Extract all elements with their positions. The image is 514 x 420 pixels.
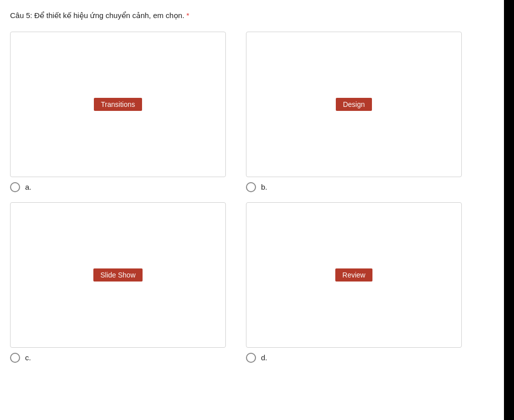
radio-c[interactable]: [10, 353, 20, 363]
option-letter-a: a.: [25, 183, 32, 191]
options-grid: Transitions a. Design b. Slide Show: [10, 32, 462, 363]
option-image-box-c[interactable]: Slide Show: [10, 202, 226, 348]
option-image-box-a[interactable]: Transitions: [10, 32, 226, 177]
right-black-bar: [504, 0, 514, 420]
radio-d[interactable]: [246, 353, 256, 363]
option-group-d: Review d.: [246, 202, 462, 363]
option-tag-d: Review: [335, 268, 372, 282]
option-radio-row-c: c.: [10, 353, 226, 363]
option-letter-d: d.: [261, 353, 268, 362]
option-letter-b: b.: [261, 183, 268, 191]
option-group-a: Transitions a.: [10, 32, 226, 192]
radio-b[interactable]: [246, 182, 256, 192]
option-letter-c: c.: [25, 353, 31, 362]
option-image-box-d[interactable]: Review: [246, 202, 462, 348]
question-text: Câu 5: Để thiết kế hiệu ứng chuyển cảnh,…: [10, 10, 504, 22]
option-group-b: Design b.: [246, 32, 462, 192]
option-tag-b: Design: [336, 98, 372, 111]
option-radio-row-b: b.: [246, 182, 462, 192]
option-radio-row-a: a.: [10, 182, 226, 192]
option-radio-row-d: d.: [246, 353, 462, 363]
option-group-c: Slide Show c.: [10, 202, 226, 363]
option-image-box-b[interactable]: Design: [246, 32, 462, 177]
option-tag-a: Transitions: [94, 98, 142, 111]
radio-a[interactable]: [10, 182, 20, 192]
option-tag-c: Slide Show: [93, 268, 143, 282]
question-container: Câu 5: Để thiết kế hiệu ứng chuyển cảnh,…: [10, 10, 504, 363]
